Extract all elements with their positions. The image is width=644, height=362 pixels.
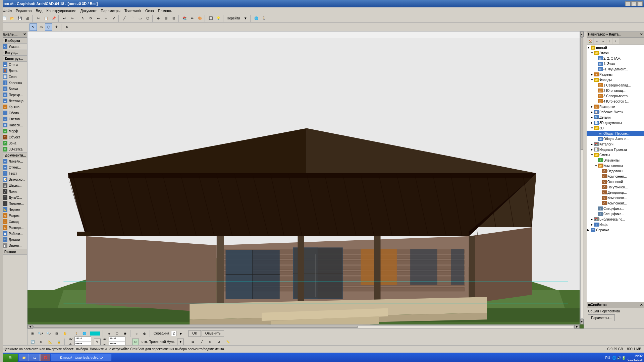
tool-level[interactable]: ⊸ Отмет...: [0, 164, 27, 170]
tool-stair[interactable]: ▲ Лестница: [0, 98, 27, 104]
tree-catalogs[interactable]: ▶ 📚 Каталоги: [587, 141, 644, 147]
angle-btn[interactable]: 📐: [46, 338, 54, 346]
tool-morph[interactable]: ◈ Морф: [0, 128, 27, 134]
tree-3d-folder[interactable]: ▼ 📁 3D: [587, 125, 644, 131]
pen-btn[interactable]: ✏: [189, 15, 196, 22]
tree-facades-folder[interactable]: ▼ 📁 Фасады: [587, 77, 644, 82]
section-construct[interactable]: ▼ Конструк...: [0, 56, 27, 62]
zoom-fit-btn[interactable]: ⊡: [53, 330, 60, 337]
layer-btn[interactable]: 📚: [181, 15, 188, 22]
tree-facade-sw[interactable]: ◫ 2 Юго-запад...: [587, 88, 644, 93]
tree-floors-folder[interactable]: ▼ 📁 Этажи: [587, 50, 644, 56]
tool-wall[interactable]: ▬ Стена: [0, 62, 27, 68]
sun-btn[interactable]: ☼: [133, 330, 140, 337]
horizontal-scrollbar[interactable]: ◀ ▶: [28, 324, 580, 328]
viewport-3d[interactable]: ◀ ▶ ▲ ▼: [28, 32, 584, 328]
scale-btn[interactable]: ⤢: [110, 15, 117, 22]
guide-btn[interactable]: ⊟: [170, 15, 177, 22]
shadow-btn[interactable]: ◐: [141, 330, 148, 337]
ref-point-btn[interactable]: ⊙: [132, 339, 139, 345]
section-document[interactable]: ▼ Документи...: [0, 152, 27, 158]
snap-guide-2[interactable]: ╱: [198, 338, 205, 346]
tree-facade-nw[interactable]: ◫ 1 Северо-запад...: [587, 82, 644, 88]
tree-spec-2[interactable]: S Специфика...: [587, 211, 644, 217]
lasso-select[interactable]: ⬡: [45, 23, 52, 31]
copy-button[interactable]: 📋: [42, 15, 50, 22]
tree-unrolls[interactable]: ▶ ⊡ Развертки: [587, 104, 644, 109]
scroll-track-h[interactable]: [33, 325, 574, 328]
tool-window[interactable]: ⬜ Окно: [0, 74, 27, 80]
tool-section[interactable]: ⊗ Разрез: [0, 213, 27, 219]
nav-new-btn[interactable]: +: [613, 38, 619, 44]
render-btn[interactable]: 💡: [215, 15, 222, 22]
scroll-left-btn[interactable]: ◀: [28, 325, 33, 328]
select-btn[interactable]: ↖: [79, 15, 87, 22]
tool-column[interactable]: ║ Колонна: [0, 80, 27, 86]
section-running[interactable]: ▼ Бегущ...: [0, 50, 27, 56]
tree-details[interactable]: ▶ 🔍 Детали: [587, 115, 644, 120]
zoom-in-btn[interactable]: 🔍+: [37, 330, 44, 337]
arrow-select[interactable]: ↖: [30, 23, 37, 31]
tree-3ddocs[interactable]: ▶ 📄 3D-документы: [587, 120, 644, 125]
snap-settings[interactable]: ▶: [177, 330, 184, 337]
tree-help[interactable]: ▶ ? Справка: [587, 227, 644, 233]
tree-comp-refine[interactable]: C По уточнен...: [587, 184, 644, 190]
close-button[interactable]: ✕: [637, 1, 643, 6]
tool-drawing[interactable]: 📐 Чертеж: [0, 206, 27, 213]
orbit-view-btn[interactable]: 🌐: [80, 330, 88, 337]
redo-button[interactable]: ↪: [68, 15, 76, 22]
menu-teamwork[interactable]: Teamwork: [122, 8, 143, 13]
save-button[interactable]: 💾: [16, 15, 23, 22]
scroll-up-btn[interactable]: ▲: [580, 32, 584, 37]
menu-edit[interactable]: Редактор: [14, 8, 34, 13]
tree-estimates-folder[interactable]: ▼ 📁 Сметы: [587, 152, 644, 158]
taskbar-explorer[interactable]: 📁: [19, 354, 29, 361]
orbit-btn[interactable]: 🌐: [253, 15, 260, 22]
fill-btn[interactable]: 🎨: [196, 15, 204, 22]
coord-toggle-btn[interactable]: 🔄: [29, 338, 36, 346]
tool-detail[interactable]: 🔍 Детали: [0, 237, 27, 243]
tree-comp-2[interactable]: C Компонент...: [587, 195, 644, 200]
fit-btn[interactable]: ⊞: [29, 330, 36, 337]
start-button[interactable]: ⊞: [1, 354, 18, 362]
tool-pointer[interactable]: ↖ Указат...: [0, 44, 27, 50]
tree-3d-perspective[interactable]: 3D Общая Перспе...: [587, 131, 644, 136]
tree-facade-se[interactable]: ◫ 4 Юго-восток (...: [587, 99, 644, 104]
tool-roof[interactable]: ⌂ Крыша: [0, 104, 27, 110]
tree-components-folder[interactable]: ▼ 📁 Компоненты: [587, 163, 644, 168]
taskbar-archicad[interactable]: 🏗 новый - Graphisoft ArchiCAD: [51, 354, 111, 361]
pointer-arrow[interactable]: ➤: [63, 23, 71, 31]
menu-window[interactable]: Окно: [143, 8, 156, 13]
render-quality-btn[interactable]: ◈: [105, 330, 113, 337]
move-btn[interactable]: ✛: [102, 15, 110, 22]
section-selection[interactable]: ▼ Выборка: [0, 38, 27, 44]
marquee-select[interactable]: ▭: [37, 23, 45, 31]
ax-input[interactable]: [109, 337, 125, 342]
tool-shell[interactable]: ⌒ Оболо...: [0, 110, 27, 116]
tree-info[interactable]: ▶ i Инфо: [587, 222, 644, 227]
tree-worksheets[interactable]: ▶ 📋 Рабочие Листы: [587, 109, 644, 115]
tree-comp-main[interactable]: C Основной: [587, 179, 644, 184]
tool-hatch[interactable]: ▥ Штрих...: [0, 182, 27, 188]
menu-construct[interactable]: Конструирование: [44, 8, 78, 13]
tool-arc2[interactable]: ⌒ Дуга/О...: [0, 194, 27, 200]
coord-edit-btn[interactable]: ✎: [94, 339, 101, 345]
snap-guide-4[interactable]: ⊿: [215, 338, 223, 346]
tool-unroll[interactable]: ⊡ Разверт...: [0, 225, 27, 231]
panel-close-btn[interactable]: ✕: [23, 33, 26, 36]
tree-comp-decor[interactable]: C Отделочн...: [587, 168, 644, 174]
tree-comp-3[interactable]: C Компонент...: [587, 200, 644, 206]
snap-guide-1[interactable]: ⊠: [189, 338, 197, 346]
tree-floor-1[interactable]: ▤ 1. Этаж: [587, 61, 644, 66]
dx-input[interactable]: [74, 337, 91, 342]
lock-btn[interactable]: 🔒: [55, 338, 62, 346]
pan-btn[interactable]: ✋: [61, 330, 68, 337]
nav-back-btn[interactable]: ←: [594, 38, 600, 44]
tree-spec-1[interactable]: S Специфика...: [587, 206, 644, 211]
tree-3d-axon[interactable]: 3D Общая Аксоно...: [587, 136, 644, 141]
tool-polyline[interactable]: ⌇ Полиме...: [0, 200, 27, 206]
nav-close-btn[interactable]: ✕: [640, 33, 643, 36]
print-button[interactable]: 🖨: [24, 15, 31, 22]
walk-btn[interactable]: 🚶: [260, 15, 268, 22]
tool-dim[interactable]: ↔ Линейн...: [0, 158, 27, 164]
